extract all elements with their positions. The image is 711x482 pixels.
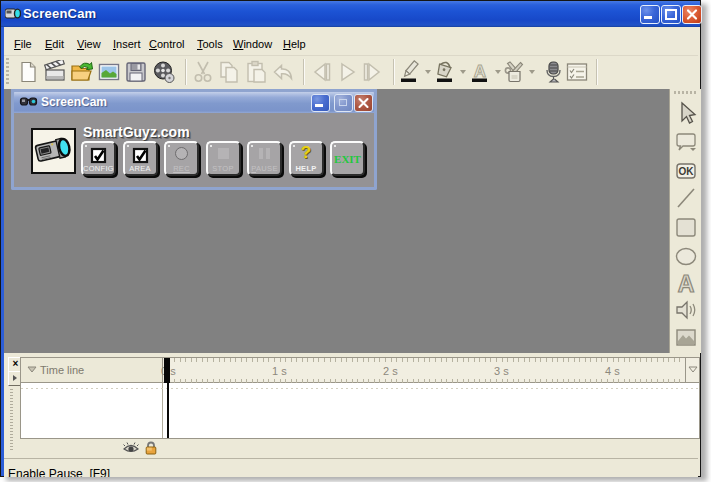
svg-text:A: A: [474, 62, 486, 81]
svg-text:A: A: [678, 271, 695, 297]
svg-text:OK: OK: [679, 166, 695, 177]
